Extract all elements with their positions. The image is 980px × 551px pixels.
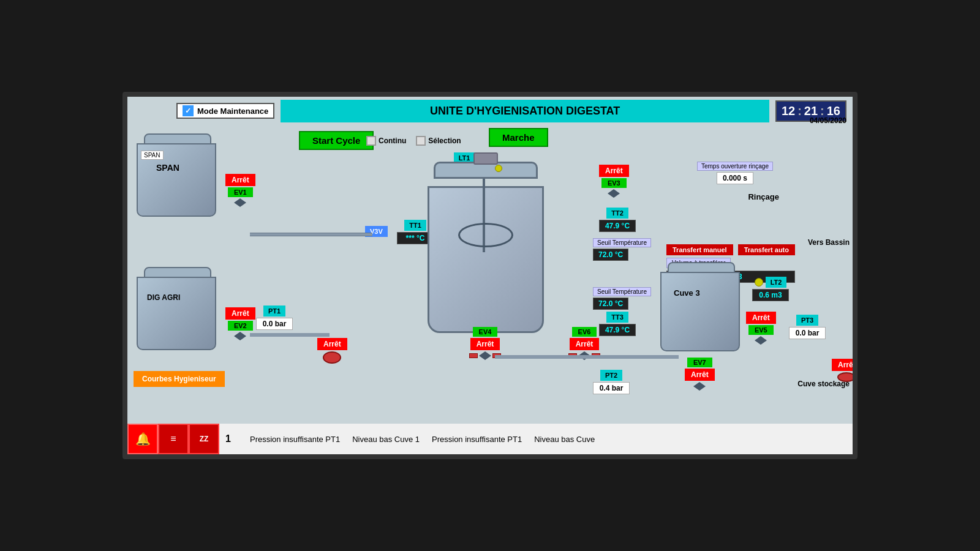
ev3-button[interactable]: EV3 xyxy=(601,178,627,188)
ev5-valve-symbol xyxy=(755,336,767,345)
ev7-group: EV7 Arrêt xyxy=(685,358,715,391)
ev5-group: Arrêt EV5 xyxy=(746,312,776,345)
pump-arret-group: Arrêt xyxy=(317,338,347,364)
tt2-value: 47.9 °C xyxy=(599,220,636,232)
continu-radio-box[interactable] xyxy=(366,136,376,146)
ev2-button[interactable]: EV2 xyxy=(228,321,253,331)
ev4-arret-button[interactable]: Arrêt xyxy=(470,338,500,350)
main-content: Start Cycle Marche Continu Sélection Rin… xyxy=(127,125,853,424)
ev3-group: Arrêt EV3 xyxy=(599,165,629,198)
lt2-indicator xyxy=(755,278,763,287)
selection-radio[interactable]: Sélection xyxy=(416,136,461,146)
lt2-value: 0.6 m3 xyxy=(752,289,789,301)
marche-button[interactable]: Marche xyxy=(489,128,548,147)
vers-bassin-label: Vers Bassin xyxy=(808,238,850,247)
courbes-button[interactable]: Courbes Hygieniseur xyxy=(134,371,225,387)
ev4-button[interactable]: EV4 xyxy=(473,327,498,337)
pt1-label: PT1 xyxy=(263,305,285,317)
rincage-time-value[interactable]: 0.000 s xyxy=(717,172,753,184)
tt2-label: TT2 xyxy=(606,208,628,219)
seuil-temp2-value[interactable]: 72.0 °C xyxy=(593,298,628,310)
maintenance-label: Mode Maintenance xyxy=(197,107,268,116)
pipe-h3 xyxy=(495,355,617,359)
right-arret-button[interactable]: Arrêt xyxy=(832,359,858,371)
scada-screen: ✓ Mode Maintenance UNITE D'HYGIENISATION… xyxy=(123,92,858,459)
pt2-group: PT2 0.4 bar xyxy=(593,370,630,394)
clock-hours: 12 xyxy=(782,104,795,118)
span-tank: SPAN SPAN xyxy=(137,143,216,217)
ev3-arret-button[interactable]: Arrêt xyxy=(599,165,629,177)
selection-label: Sélection xyxy=(428,137,461,145)
pt3-label: PT3 xyxy=(796,315,818,326)
ev2-arret-button[interactable]: Arrêt xyxy=(225,307,255,320)
alarm-bell-button[interactable]: 🔔 xyxy=(127,424,158,454)
ev2-valve-symbol xyxy=(234,332,246,340)
list-icon: ≡ xyxy=(170,433,176,444)
seuil-temp1-group: Seuil Température 72.0 °C xyxy=(593,238,651,261)
ev7-arret-button[interactable]: Arrêt xyxy=(685,369,715,381)
header-bar: ✓ Mode Maintenance UNITE D'HYGIENISATION… xyxy=(127,97,853,125)
pt1-group: PT1 0.0 bar xyxy=(256,305,293,330)
alarm-msg-2: Niveau bas Cuve 1 xyxy=(352,435,420,444)
ev6-button[interactable]: EV6 xyxy=(572,327,597,337)
tt3-label: TT3 xyxy=(606,312,628,323)
ev4-valve-symbol xyxy=(479,351,491,360)
lt2-label: LT2 xyxy=(766,277,787,288)
alarm-bar: 🔔 ≡ ZZ 1 Pression insuffisante PT1 Nivea… xyxy=(127,424,853,454)
tt3-value: 47.9 °C xyxy=(599,324,636,336)
pipe-h2 xyxy=(250,333,330,337)
lt2-indicator-row: LT2 xyxy=(755,277,787,288)
alarm-msg-4: Niveau bas Cuve xyxy=(534,435,595,444)
lt2-group: LT2 0.6 m3 xyxy=(752,277,789,301)
cuve3-tank: Cuve 3 xyxy=(660,272,740,351)
pump-symbol xyxy=(323,351,341,364)
pt2-label: PT2 xyxy=(600,370,622,381)
lt1-indicator xyxy=(495,165,502,172)
title-banner: UNITE D'HYGIENISATION DIGESTAT xyxy=(281,100,769,122)
rincage-time-group: Temps ouverture rinçage 0.000 s xyxy=(697,162,773,184)
continu-label: Continu xyxy=(379,137,406,145)
maintenance-checkbox[interactable]: ✓ Mode Maintenance xyxy=(176,103,274,119)
selection-radio-box[interactable] xyxy=(416,136,426,146)
tt3-group: TT3 47.9 °C xyxy=(599,312,636,336)
cuve3-arret-button[interactable]: Arrêt xyxy=(746,312,776,324)
seuil-temp1-value[interactable]: 72.0 °C xyxy=(593,249,628,261)
cuve3-label: Cuve 3 xyxy=(674,288,700,298)
ev7-button[interactable]: EV7 xyxy=(687,358,712,367)
pipe-h1 xyxy=(250,233,372,236)
transfert-auto-button[interactable]: Transfert auto xyxy=(738,244,795,255)
pipe-h4 xyxy=(617,355,679,359)
ev1-button[interactable]: EV1 xyxy=(228,187,253,197)
pump-arret-button[interactable]: Arrêt xyxy=(317,338,347,350)
reactor-tank xyxy=(428,162,544,333)
rincage-time-label: Temps ouverture rinçage xyxy=(697,162,773,171)
pt3-value: 0.0 bar xyxy=(789,327,826,339)
ev6-arret-button[interactable]: Arrêt xyxy=(570,338,600,350)
span-label-box: SPAN xyxy=(141,151,164,160)
alarm-list-button[interactable]: ≡ xyxy=(158,424,189,454)
pt1-value: 0.0 bar xyxy=(256,318,293,330)
pt3-group: PT3 0.0 bar xyxy=(789,315,826,339)
alarm-sleep-button[interactable]: ZZ xyxy=(189,424,219,454)
clock-date: 04/05/2020 xyxy=(810,116,846,125)
seuil-temp1-label: Seuil Température xyxy=(593,238,651,247)
mode-selector: Continu Sélection xyxy=(366,136,461,146)
right-pump-symbol xyxy=(837,372,856,382)
transfert-buttons: Transfert manuel Transfert auto xyxy=(666,244,795,255)
ev5-button[interactable]: EV5 xyxy=(748,325,774,335)
dig-agri-label: DIG AGRI xyxy=(147,293,180,302)
seuil-temp2-label: Seuil Température xyxy=(593,287,651,296)
alarm-msg-3: Pression insuffisante PT1 xyxy=(432,435,522,444)
checkbox-icon: ✓ xyxy=(183,105,194,116)
tt1-label: TT1 xyxy=(404,220,426,231)
ev1-arret-button[interactable]: Arrêt xyxy=(225,174,255,186)
ev1-valve-symbol xyxy=(234,198,246,207)
seuil-temp2-group: Seuil Température 72.0 °C xyxy=(593,287,651,310)
arret-right-group: Arrêt xyxy=(832,359,858,382)
ev3-valve-symbol xyxy=(608,189,620,198)
pt2-value: 0.4 bar xyxy=(593,382,630,394)
continu-radio[interactable]: Continu xyxy=(366,136,406,146)
alarm-text-area: 1 Pression insuffisante PT1 Niveau bas C… xyxy=(219,424,853,454)
start-cycle-button[interactable]: Start Cycle xyxy=(299,131,374,150)
transfert-manuel-button[interactable]: Transfert manuel xyxy=(666,244,733,255)
